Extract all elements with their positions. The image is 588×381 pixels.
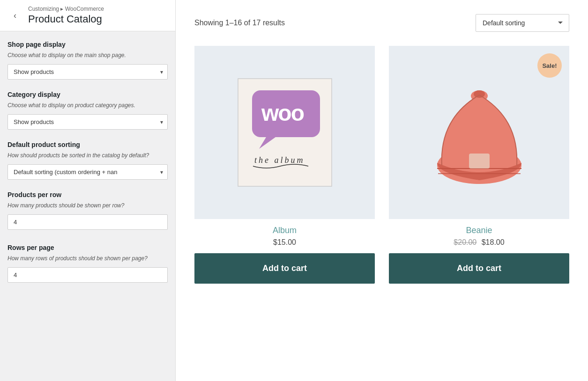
add-to-cart-beanie[interactable]: Add to cart bbox=[389, 253, 569, 284]
rows-per-page-section: Rows per page How many rows of products … bbox=[7, 244, 168, 294]
products-grid: woo the album Album $15.00 Add to cart S… bbox=[194, 46, 569, 284]
product-name-album: Album bbox=[273, 226, 297, 235]
product-image-beanie: Sale! bbox=[389, 46, 569, 219]
breadcrumb: Customizing ▸ WooCommerce bbox=[28, 6, 104, 12]
beanie-artwork bbox=[428, 72, 531, 193]
product-name-beanie: Beanie bbox=[466, 226, 492, 235]
product-card-album: woo the album Album $15.00 Add to cart bbox=[194, 46, 375, 284]
customizer-panel: ‹ Customizing ▸ WooCommerce Product Cata… bbox=[0, 0, 176, 381]
panel-header: ‹ Customizing ▸ WooCommerce Product Cata… bbox=[0, 0, 175, 31]
category-display-desc: Choose what to display on product catego… bbox=[7, 101, 168, 110]
category-display-title: Category display bbox=[7, 91, 168, 98]
results-count: Showing 1–16 of 17 results bbox=[194, 19, 285, 27]
header-text: Customizing ▸ WooCommerce Product Catalo… bbox=[28, 6, 104, 25]
sorting-select[interactable]: Default sorting Popularity Average ratin… bbox=[476, 14, 569, 32]
products-per-row-desc: How many products should be shown per ro… bbox=[7, 201, 168, 210]
svg-point-10 bbox=[474, 90, 485, 98]
shop-page-display-wrapper: Show products Show categories Show categ… bbox=[7, 64, 168, 80]
add-to-cart-album[interactable]: Add to cart bbox=[194, 253, 375, 284]
svg-text:woo: woo bbox=[261, 101, 304, 125]
default-sorting-desc: How should products be sorted in the cat… bbox=[7, 151, 168, 160]
default-sorting-section: Default product sorting How should produ… bbox=[7, 141, 168, 180]
shop-header: Showing 1–16 of 17 results Default sorti… bbox=[194, 14, 569, 32]
category-display-section: Category display Choose what to display … bbox=[7, 91, 168, 130]
shop-preview: Showing 1–16 of 17 results Default sorti… bbox=[176, 0, 588, 381]
svg-text:the  album: the album bbox=[254, 155, 305, 165]
rows-per-page-input[interactable] bbox=[7, 267, 168, 283]
back-button[interactable]: ‹ bbox=[7, 8, 22, 23]
panel-content: Shop page display Choose what to display… bbox=[0, 31, 175, 381]
rows-per-page-desc: How many rows of products should be show… bbox=[7, 254, 168, 263]
product-price-album: $15.00 bbox=[273, 238, 296, 247]
shop-page-display-select[interactable]: Show products Show categories Show categ… bbox=[7, 64, 168, 80]
default-sorting-title: Default product sorting bbox=[7, 141, 168, 148]
product-card-beanie: Sale! bbox=[389, 46, 569, 284]
default-sorting-wrapper: Default sorting (custom ordering + nan P… bbox=[7, 164, 168, 180]
product-price-beanie: $20.00 $18.00 bbox=[454, 238, 504, 247]
products-per-row-input[interactable] bbox=[7, 214, 168, 230]
page-title: Product Catalog bbox=[28, 13, 104, 25]
products-per-row-section: Products per row How many products shoul… bbox=[7, 191, 168, 241]
album-artwork: woo the album bbox=[229, 72, 341, 193]
category-display-select[interactable]: Show products Show categories Show categ… bbox=[7, 114, 168, 130]
rows-per-page-title: Rows per page bbox=[7, 244, 168, 251]
shop-page-display-desc: Choose what to display on the main shop … bbox=[7, 51, 168, 59]
svg-rect-8 bbox=[469, 154, 490, 169]
original-price-beanie: $20.00 bbox=[454, 238, 476, 246]
category-display-wrapper: Show products Show categories Show categ… bbox=[7, 114, 168, 130]
sale-price-beanie: $18.00 bbox=[482, 238, 505, 246]
default-sorting-select[interactable]: Default sorting (custom ordering + nan P… bbox=[7, 164, 168, 180]
products-per-row-title: Products per row bbox=[7, 191, 168, 198]
shop-page-display-section: Shop page display Choose what to display… bbox=[7, 41, 168, 80]
shop-page-display-title: Shop page display bbox=[7, 41, 168, 48]
sale-badge: Sale! bbox=[537, 53, 562, 78]
product-image-album: woo the album bbox=[194, 46, 375, 219]
